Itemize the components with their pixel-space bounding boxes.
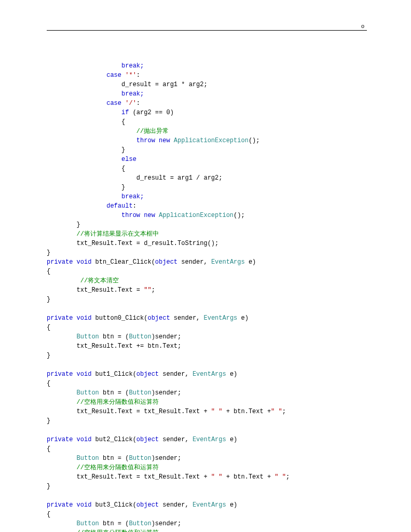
comment: //抛出异常 bbox=[47, 128, 169, 135]
code-line: d_result = arg1 / arg2; bbox=[47, 174, 222, 182]
code-line: //抛出异常 bbox=[47, 128, 169, 135]
comment: //空格用来分隔数值和运算符 bbox=[47, 399, 159, 406]
code-line: throw new ApplicationException(); bbox=[47, 137, 259, 144]
code-line: //空格用来分隔数值和运算符 bbox=[47, 464, 159, 471]
code-text: : bbox=[136, 72, 140, 79]
type-name: ApplicationException bbox=[174, 137, 249, 144]
keyword-private-void: private void bbox=[47, 258, 91, 266]
string-literal: '/' bbox=[125, 100, 136, 107]
code-text: txt_Result.Text = txt_Result.Text + bbox=[47, 408, 211, 415]
type-name: Button bbox=[47, 389, 99, 397]
code-text: e) bbox=[226, 371, 238, 378]
code-text: (); bbox=[234, 212, 245, 219]
code-line: } bbox=[47, 184, 125, 191]
code-text: but1_Click( bbox=[91, 371, 136, 378]
header-rule bbox=[47, 30, 367, 31]
code-block: break; case '*': d_result = arg1 * arg2;… bbox=[47, 52, 364, 532]
type-name: Button bbox=[129, 455, 151, 462]
code-line: case '*': bbox=[47, 72, 140, 79]
code-text: )sender; bbox=[152, 333, 182, 340]
keyword-object: object bbox=[155, 258, 177, 266]
code-text: btn = ( bbox=[99, 520, 129, 527]
type-name: Button bbox=[47, 455, 99, 462]
code-line: private void but1_Click(object sender, E… bbox=[47, 371, 237, 378]
code-line: } bbox=[47, 352, 50, 359]
type-name: EventArgs bbox=[203, 315, 237, 322]
code-text: but2_Click( bbox=[91, 436, 136, 443]
code-text: e) bbox=[245, 258, 256, 266]
comment: //空格用来分隔数值和运算符 bbox=[47, 529, 159, 532]
code-text: e) bbox=[226, 501, 238, 509]
keyword-break: break; bbox=[47, 193, 144, 200]
keyword-private-void: private void bbox=[47, 436, 91, 443]
comment: //空格用来分隔数值和运算符 bbox=[47, 464, 159, 471]
code-text: button0_Click( bbox=[91, 315, 147, 322]
keyword-private-void: private void bbox=[47, 371, 91, 378]
code-line: { bbox=[47, 511, 50, 518]
code-line: { bbox=[47, 445, 50, 453]
string-literal: '*' bbox=[125, 72, 136, 79]
string-literal: " " bbox=[211, 408, 223, 415]
type-name: EventArgs bbox=[193, 501, 226, 509]
keyword-object: object bbox=[136, 436, 159, 443]
code-text: + btn.Text + bbox=[222, 473, 275, 481]
code-text: btn = ( bbox=[99, 455, 129, 462]
code-line: //将文本清空 bbox=[47, 277, 119, 284]
code-line: d_result = arg1 * arg2; bbox=[47, 81, 208, 88]
code-line: txt_Result.Text += btn.Text; bbox=[47, 343, 181, 350]
code-text: )sender; bbox=[152, 455, 182, 462]
code-text: ; bbox=[286, 473, 290, 481]
comment: //将计算结果显示在文本框中 bbox=[47, 230, 159, 238]
type-name: ApplicationException bbox=[159, 212, 234, 219]
type-name: Button bbox=[129, 520, 151, 527]
code-line: } bbox=[47, 221, 80, 228]
code-text: + btn.Text + bbox=[222, 408, 271, 415]
code-line: Button btn = (Button)sender; bbox=[47, 333, 181, 340]
type-name: Button bbox=[47, 520, 99, 527]
type-name: EventArgs bbox=[193, 436, 226, 443]
code-text: sender, bbox=[159, 371, 193, 378]
code-text: (arg2 == 0) bbox=[129, 109, 173, 116]
keyword-case: case bbox=[47, 72, 125, 79]
code-text: e) bbox=[226, 436, 238, 443]
code-text: btn_Clear_Click( bbox=[91, 258, 155, 266]
keyword-break: break; bbox=[47, 90, 144, 98]
type-name: Button bbox=[129, 333, 151, 340]
type-name: EventArgs bbox=[211, 258, 245, 266]
code-line: if (arg2 == 0) bbox=[47, 109, 174, 116]
code-text: but3_Click( bbox=[91, 501, 136, 509]
keyword-object: object bbox=[136, 371, 159, 378]
code-text: sender, bbox=[177, 258, 211, 266]
type-name: Button bbox=[129, 389, 151, 397]
code-text: btn = ( bbox=[99, 333, 129, 340]
code-line: txt_Result.Text = d_result.ToString(); bbox=[47, 240, 218, 247]
string-literal: "" bbox=[144, 287, 151, 294]
document-page: o break; case '*': d_result = arg1 * arg… bbox=[0, 0, 411, 532]
type-name: EventArgs bbox=[193, 371, 226, 378]
code-line: } bbox=[47, 249, 50, 256]
string-literal: " " bbox=[275, 473, 286, 481]
code-line: } bbox=[47, 296, 50, 303]
code-line: break; bbox=[47, 90, 144, 98]
code-text: txt_Result.Text = bbox=[47, 287, 144, 294]
keyword-private-void: private void bbox=[47, 315, 91, 322]
code-line: Button btn = (Button)sender; bbox=[47, 389, 181, 397]
code-line: Button btn = (Button)sender; bbox=[47, 455, 181, 462]
keyword-object: object bbox=[136, 501, 159, 509]
code-line: //将计算结果显示在文本框中 bbox=[47, 230, 159, 238]
code-text: : bbox=[136, 100, 140, 107]
code-line: { bbox=[47, 118, 125, 126]
code-line: private void but3_Click(object sender, E… bbox=[47, 501, 237, 509]
code-line: } bbox=[47, 146, 125, 154]
code-line: break; bbox=[47, 62, 144, 70]
code-line: private void btn_Clear_Click(object send… bbox=[47, 258, 256, 266]
code-text: ; bbox=[282, 408, 286, 415]
code-text: e) bbox=[237, 315, 249, 322]
code-line: txt_Result.Text = txt_Result.Text + " " … bbox=[47, 408, 286, 415]
code-line: //空格用来分隔数值和运算符 bbox=[47, 529, 159, 532]
code-text: )sender; bbox=[152, 389, 182, 397]
code-line: { bbox=[47, 165, 125, 172]
code-text: (); bbox=[249, 137, 260, 144]
code-line: txt_Result.Text = txt_Result.Text + " " … bbox=[47, 473, 290, 481]
keyword-object: object bbox=[147, 315, 170, 322]
